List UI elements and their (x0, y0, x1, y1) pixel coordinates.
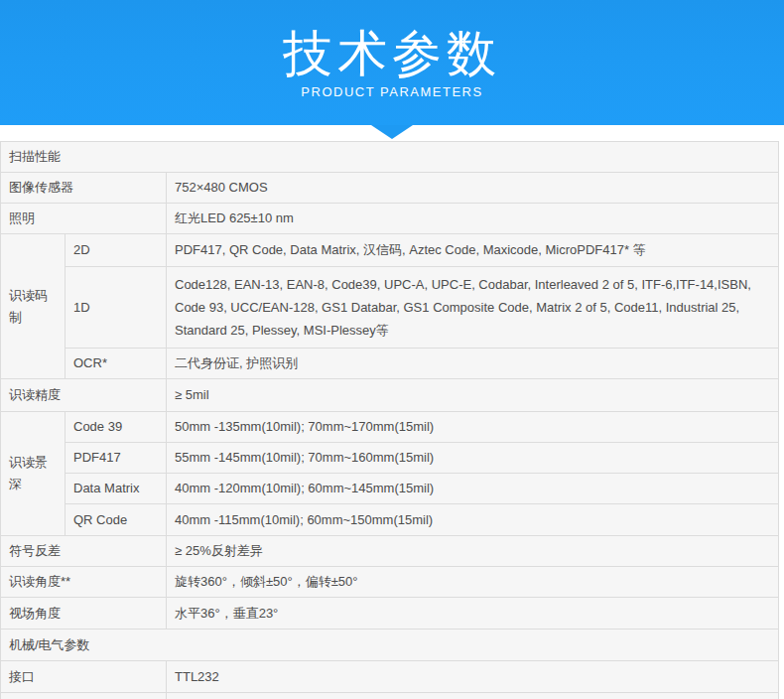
spec-value: 3.3 ~3.6 VDC (167, 693, 779, 699)
page-title: 技术参数 (0, 0, 784, 81)
spec-value: Code128, EAN-13, EAN-8, Code39, UPC-A, U… (167, 267, 779, 349)
spec-label: 工作电压 (1, 693, 167, 699)
table-row: 视场角度 水平36°，垂直23° (1, 598, 779, 629)
section-header: 机械/电气参数 (1, 629, 779, 661)
page-subtitle: PRODUCT PARAMETERS (0, 84, 784, 99)
spec-value: 二代身份证, 护照识别 (167, 349, 779, 379)
spec-value: 红光LED 625±10 nm (167, 204, 779, 234)
spec-value: 752×480 CMOS (167, 173, 779, 204)
spec-table: 扫描性能 图像传感器 752×480 CMOS 照明 红光LED 625±10 … (0, 141, 779, 699)
table-row: 扫描性能 (1, 142, 779, 173)
spec-label: 照明 (1, 204, 167, 234)
table-row: QR Code 40mm -115mm(10mil); 60mm~150mm(1… (1, 504, 779, 536)
table-row: 符号反差 ≥ 25%反射差异 (1, 536, 779, 567)
sub-label: 2D (65, 234, 167, 267)
spec-label: 识读精度 (1, 379, 167, 412)
hero-pointer-row (0, 125, 784, 141)
down-triangle-icon (371, 125, 413, 139)
sub-label: 1D (65, 267, 167, 349)
table-row: 图像传感器 752×480 CMOS (1, 173, 779, 204)
spec-value: 水平36°，垂直23° (167, 598, 779, 629)
spec-value: 旋转360°，倾斜±50°，偏转±50° (167, 567, 779, 598)
table-row: PDF417 55mm -145mm(10mil); 70mm~160mm(15… (1, 443, 779, 474)
section-header: 扫描性能 (1, 142, 779, 173)
spec-label: 视场角度 (1, 598, 167, 629)
table-row: 1D Code128, EAN-13, EAN-8, Code39, UPC-A… (1, 267, 779, 349)
table-row: OCR* 二代身份证, 护照识别 (1, 349, 779, 379)
table-row: 识读精度 ≥ 5mil (1, 379, 779, 412)
spec-value: 40mm -115mm(10mil); 60mm~150mm(15mil) (167, 504, 779, 536)
hero-banner: 技术参数 PRODUCT PARAMETERS (0, 0, 784, 125)
spec-value: PDF417, QR Code, Data Matrix, 汉信码, Aztec… (167, 234, 779, 267)
table-row: 接口 TTL232 (1, 661, 779, 693)
spec-value: ≥ 5mil (167, 379, 779, 412)
sub-label: PDF417 (65, 443, 167, 474)
spec-value: 50mm -135mm(10mil); 70mm~170mm(15mil) (167, 412, 779, 443)
spec-label: 符号反差 (1, 536, 167, 567)
sub-label: Code 39 (65, 412, 167, 443)
sub-label: QR Code (65, 504, 167, 536)
table-row: Data Matrix 40mm -120mm(10mil); 60mm~145… (1, 474, 779, 504)
spec-value: TTL232 (167, 661, 779, 693)
sub-label: Data Matrix (65, 474, 167, 504)
spec-value: ≥ 25%反射差异 (167, 536, 779, 567)
spec-value: 40mm -120mm(10mil); 60mm~145mm(15mil) (167, 474, 779, 504)
table-row: 工作电压 3.3 ~3.6 VDC (1, 693, 779, 699)
group-label: 识读景深 (1, 412, 65, 536)
table-row: 识读码制 2D PDF417, QR Code, Data Matrix, 汉信… (1, 234, 779, 267)
sub-label: OCR* (65, 349, 167, 379)
spec-label: 图像传感器 (1, 173, 167, 204)
group-label: 识读码制 (1, 234, 65, 379)
spec-value: 55mm -145mm(10mil); 70mm~160mm(15mil) (167, 443, 779, 474)
table-row: 识读景深 Code 39 50mm -135mm(10mil); 70mm~17… (1, 412, 779, 443)
spec-label: 识读角度** (1, 567, 167, 598)
table-row: 识读角度** 旋转360°，倾斜±50°，偏转±50° (1, 567, 779, 598)
table-row: 机械/电气参数 (1, 629, 779, 661)
page: 技术参数 PRODUCT PARAMETERS 扫描性能 图像传感器 752×4… (0, 0, 784, 699)
spec-label: 接口 (1, 661, 167, 693)
table-row: 照明 红光LED 625±10 nm (1, 204, 779, 234)
